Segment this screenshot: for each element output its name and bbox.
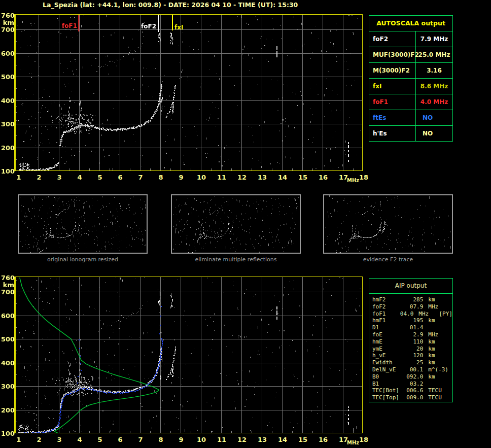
aip-name: foE bbox=[372, 331, 402, 338]
aip-name: B0 bbox=[372, 373, 402, 381]
bottom-y-tick-200: 200 bbox=[1, 407, 14, 414]
top-y-tick-600: 600 bbox=[1, 50, 14, 57]
panel-evidence-f2 bbox=[323, 194, 453, 254]
aip-value: 00.1 bbox=[402, 366, 424, 373]
param-name: M(3000)F2 bbox=[369, 63, 416, 78]
bottom-y-tick-760: 760 bbox=[1, 274, 14, 282]
panel-original-canvas bbox=[19, 195, 147, 253]
autoscala-row-ftes: ftEsNO bbox=[369, 110, 452, 126]
bottom-x-tick-15: 15 bbox=[298, 436, 308, 443]
aip-value: 110 bbox=[402, 338, 424, 346]
panel-caption-evidence: evidence F2 trace bbox=[323, 256, 453, 263]
param-name: fxI bbox=[369, 79, 416, 94]
top-x-tick-17: 17 bbox=[338, 174, 348, 181]
aip-value: 04.0 bbox=[397, 311, 414, 318]
marker-label-foF2: foF2 bbox=[139, 23, 156, 30]
aip-name: Ewidth bbox=[372, 359, 402, 366]
top-x-tick-8: 8 bbox=[156, 174, 166, 181]
aip-table-rows: hmF2285kmfoF207.9MHzfoF104.0MHz[PY]hmF11… bbox=[369, 294, 452, 401]
bottom-y-tick-400: 400 bbox=[1, 360, 14, 367]
top-y-tick-700: 700 bbox=[1, 26, 14, 33]
aip-row-b0: B0092.0km bbox=[372, 373, 452, 381]
top-x-tick-13: 13 bbox=[257, 174, 267, 181]
bottom-x-tick-3: 3 bbox=[54, 436, 64, 443]
top-y-tick-400: 400 bbox=[1, 97, 14, 105]
bottom-ionogram-canvas bbox=[16, 277, 362, 433]
top-x-tick-10: 10 bbox=[196, 174, 206, 181]
autoscala-row-fof2: foF27.9 MHz bbox=[369, 31, 452, 47]
bottom-y-axis-unit: km bbox=[1, 282, 14, 289]
aip-value: 07.9 bbox=[402, 303, 424, 311]
param-value: 3.16 bbox=[416, 63, 452, 78]
aip-row-hve: h_vE120km bbox=[372, 352, 452, 359]
bottom-x-axis-unit: MHz bbox=[347, 440, 359, 445]
aip-value: 25 bbox=[402, 359, 424, 366]
aip-unit: MHz bbox=[413, 311, 435, 318]
aip-name: ymE bbox=[372, 346, 402, 353]
aip-unit: km bbox=[423, 373, 448, 381]
bottom-x-tick-8: 8 bbox=[156, 436, 166, 443]
top-y-tick-760: 760 bbox=[1, 12, 14, 19]
aip-row-yme: ymE20km bbox=[372, 346, 452, 353]
top-x-axis-unit: MHz bbox=[347, 178, 359, 183]
aip-unit bbox=[423, 324, 448, 331]
aip-value: 120 bbox=[402, 352, 424, 359]
param-value: 25.0 MHz bbox=[416, 47, 452, 62]
aip-unit: km bbox=[423, 359, 448, 366]
top-x-tick-14: 14 bbox=[277, 174, 288, 181]
aip-unit: TECU bbox=[423, 394, 448, 401]
bottom-y-tick-300: 300 bbox=[1, 383, 14, 390]
aip-note bbox=[448, 359, 452, 366]
aip-value: 285 bbox=[402, 296, 424, 303]
autoscala-output-table: AUTOSCALA output foF27.9 MHzMUF(3000)F22… bbox=[369, 15, 453, 142]
param-value: NO bbox=[416, 126, 452, 141]
bottom-x-tick-16: 16 bbox=[318, 436, 328, 443]
param-value: 7.9 MHz bbox=[416, 31, 452, 47]
aip-value: 03.2 bbox=[402, 381, 424, 388]
top-x-tick-11: 11 bbox=[217, 174, 227, 181]
aip-unit: MHz bbox=[423, 331, 448, 338]
bottom-x-tick-11: 11 bbox=[217, 436, 227, 443]
aip-output-table: AIP output hmF2285kmfoF207.9MHzfoF104.0M… bbox=[369, 278, 453, 402]
aip-row-hmf2: hmF2285km bbox=[372, 296, 452, 303]
param-name: foF1 bbox=[369, 94, 416, 110]
param-name: ftEs bbox=[369, 110, 416, 125]
aip-name: TEC[Bot] bbox=[372, 387, 402, 394]
autoscala-row-muf3000f2: MUF(3000)F225.0 MHz bbox=[369, 47, 452, 63]
top-x-tick-5: 5 bbox=[95, 174, 105, 181]
marker-label-fxI: fxI bbox=[174, 24, 183, 31]
panel-eliminate-reflections bbox=[171, 194, 301, 254]
param-name: h'Es bbox=[369, 126, 416, 141]
top-ionogram-canvas bbox=[16, 15, 362, 170]
aip-name: B1 bbox=[372, 381, 402, 388]
panel-eliminate-canvas bbox=[172, 195, 300, 253]
aip-unit: km bbox=[423, 346, 448, 353]
aip-name: hmF1 bbox=[372, 317, 402, 324]
aip-name: hmE bbox=[372, 338, 402, 346]
aip-row-delnve: DelN_vE00.1m^(-3) bbox=[372, 366, 452, 373]
top-y-axis-unit: km bbox=[1, 19, 14, 26]
bottom-x-tick-18: 18 bbox=[359, 436, 369, 443]
aip-name: foF1 bbox=[372, 311, 397, 318]
aip-note bbox=[448, 324, 452, 331]
aip-note bbox=[448, 381, 452, 388]
bottom-x-tick-10: 10 bbox=[196, 436, 206, 443]
aip-name: hmF2 bbox=[372, 296, 402, 303]
top-x-tick-3: 3 bbox=[54, 174, 64, 181]
bottom-x-tick-9: 9 bbox=[176, 436, 186, 443]
bottom-x-tick-17: 17 bbox=[338, 436, 348, 443]
aip-unit: km bbox=[423, 317, 448, 324]
param-value: NO bbox=[416, 110, 452, 125]
autoscala-table-rows: foF27.9 MHzMUF(3000)F225.0 MHzM(3000)F23… bbox=[369, 31, 452, 141]
top-y-tick-200: 200 bbox=[1, 145, 14, 152]
autoscala-row-fof1: foF14.0 MHz bbox=[369, 94, 452, 110]
top-x-tick-2: 2 bbox=[34, 174, 44, 181]
bottom-ionogram-chart bbox=[14, 277, 363, 433]
marker-label-foF1: foF1 bbox=[60, 23, 77, 29]
bottom-x-tick-14: 14 bbox=[277, 436, 288, 443]
param-value: 4.0 MHz bbox=[416, 94, 452, 110]
aip-note bbox=[448, 352, 452, 359]
bottom-x-tick-1: 1 bbox=[14, 436, 24, 443]
bottom-x-tick-4: 4 bbox=[75, 436, 85, 443]
station-title: La_Spezia (lat: +44.1, lon: 009.8) - DAT… bbox=[43, 1, 298, 9]
